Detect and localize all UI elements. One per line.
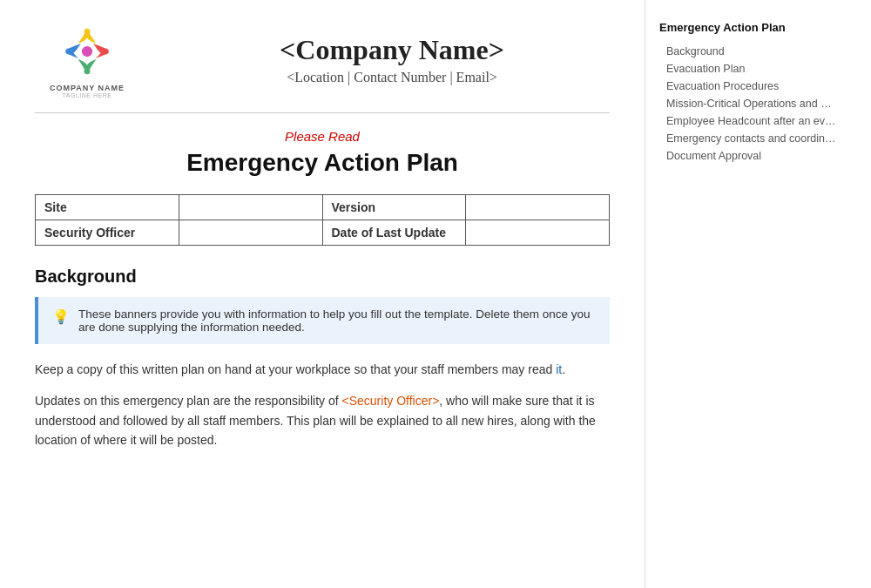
info-table: Site Version Security Officer Date of La… (35, 194, 610, 246)
tagline-label: TAGLINE HERE (63, 92, 112, 98)
table-row: Security Officer Date of Last Update (36, 220, 610, 246)
please-read-label: Please Read (35, 129, 610, 144)
header-divider (35, 112, 610, 113)
toc-item-evacuation-procedures[interactable]: Evacuation Procedures (659, 78, 840, 95)
officer-value[interactable] (179, 220, 322, 246)
officer-label: Security Officer (36, 220, 179, 246)
company-title: <Company Name> (174, 34, 610, 66)
company-subtitle: <Location | Contact Number | Email> (174, 70, 610, 85)
toc-item-background[interactable]: Background (659, 43, 840, 60)
main-content: COMPANY NAME TAGLINE HERE <Company Name>… (0, 0, 645, 588)
svg-point-1 (84, 29, 91, 35)
site-label: Site (36, 195, 179, 220)
version-label: Version (322, 195, 466, 220)
toc-item-mission-critical[interactable]: Mission-Critical Operations and Work... (659, 95, 840, 112)
svg-point-3 (103, 49, 109, 55)
date-value[interactable] (466, 220, 610, 246)
it-link[interactable]: it (556, 362, 562, 376)
security-officer-tag: <Security Officer> (342, 394, 440, 408)
info-banner: 💡 These banners provide you with informa… (35, 297, 610, 344)
company-logo (57, 21, 118, 82)
company-name-small: COMPANY NAME (50, 84, 125, 92)
toc-sidebar: Emergency Action Plan Background Evacuat… (645, 0, 854, 588)
body-para-2: Updates on this emergency plan are the r… (35, 391, 610, 449)
date-label: Date of Last Update (322, 220, 466, 246)
toc-item-emergency-contacts[interactable]: Emergency contacts and coordinators (659, 130, 840, 147)
toc-item-employee-headcount[interactable]: Employee Headcount after an evacua... (659, 112, 840, 130)
toc-title: Emergency Action Plan (659, 21, 840, 34)
banner-text: These banners provide you with informati… (78, 308, 596, 334)
toc-item-document-approval[interactable]: Document Approval (659, 147, 840, 165)
svg-point-4 (84, 68, 91, 74)
version-value[interactable] (466, 195, 610, 220)
header-text: <Company Name> <Location | Contact Numbe… (174, 34, 610, 85)
background-title: Background (35, 267, 610, 287)
toc-item-evacuation-plan[interactable]: Evacuation Plan (659, 60, 840, 78)
logo-area: COMPANY NAME TAGLINE HERE (35, 21, 139, 98)
body-para-1: Keep a copy of this written plan on hand… (35, 360, 610, 379)
header: COMPANY NAME TAGLINE HERE <Company Name>… (35, 21, 610, 98)
para2-before: Updates on this emergency plan are the r… (35, 394, 342, 408)
site-value[interactable] (179, 195, 322, 220)
svg-point-2 (66, 49, 72, 55)
bulb-icon: 💡 (52, 308, 70, 325)
document-title: Emergency Action Plan (35, 149, 610, 177)
svg-point-0 (82, 46, 92, 57)
table-row: Site Version (36, 195, 610, 220)
